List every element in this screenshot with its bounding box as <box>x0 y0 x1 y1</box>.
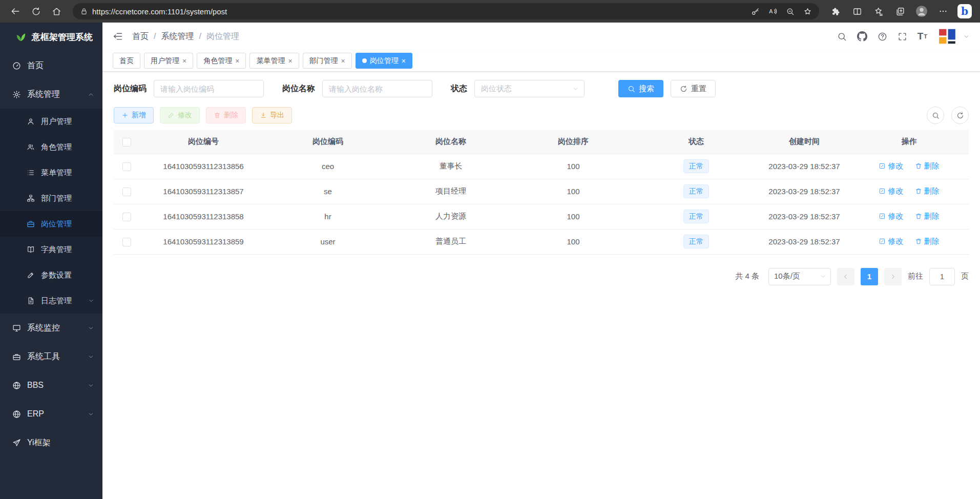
reset-button[interactable]: 重置 <box>671 80 716 97</box>
search-button[interactable]: 搜索 <box>618 80 663 97</box>
sidebar-item-label: 菜单管理 <box>41 168 72 178</box>
pagination: 共 4 条 10条/页 1 前往 页 <box>114 268 969 285</box>
chevron-down-icon <box>88 325 94 331</box>
tab-close-icon[interactable]: × <box>182 57 186 65</box>
select-all-checkbox[interactable] <box>122 138 131 147</box>
sidebar-item-bbs[interactable]: BBS <box>0 371 102 400</box>
row-delete-link[interactable]: 删除 <box>915 237 940 246</box>
browser-refresh-button[interactable] <box>27 2 45 20</box>
bing-copilot-icon[interactable]: b <box>955 2 974 20</box>
post-code-input[interactable] <box>154 80 264 97</box>
browser-home-button[interactable] <box>47 2 66 20</box>
row-delete-link[interactable]: 删除 <box>915 212 940 221</box>
password-key-icon[interactable] <box>747 4 763 19</box>
sidebar-item-post-mgmt[interactable]: 岗位管理 <box>0 211 102 237</box>
row-checkbox[interactable] <box>122 162 131 171</box>
split-screen-icon[interactable] <box>848 2 866 20</box>
breadcrumb-current: 岗位管理 <box>206 31 239 42</box>
sidebar-item-dept-mgmt[interactable]: 部门管理 <box>0 185 102 211</box>
cell-post-code: hr <box>267 204 388 229</box>
row-edit-link[interactable]: 修改 <box>879 186 903 196</box>
page-unit-label: 页 <box>961 272 969 281</box>
browser-address-bar[interactable]: https://ccnetcore.com:1101/system/post A <box>73 3 819 19</box>
search-form: 岗位编码 岗位名称 状态 岗位状态 搜索 <box>114 80 969 97</box>
help-question-icon[interactable] <box>878 32 887 41</box>
zoom-icon[interactable] <box>782 4 798 19</box>
post-name-input[interactable] <box>322 80 432 97</box>
goto-page-input[interactable] <box>929 268 955 285</box>
avatar-dropdown-caret-icon[interactable] <box>963 33 970 40</box>
tab-home[interactable]: 首页 <box>113 53 140 69</box>
sidebar-item-system-tools[interactable]: 系统工具 <box>0 342 102 371</box>
row-edit-link[interactable]: 修改 <box>879 212 903 221</box>
font-size-icon[interactable]: TT <box>918 31 927 42</box>
row-delete-link[interactable]: 删除 <box>915 186 940 196</box>
row-delete-link[interactable]: 删除 <box>915 161 940 171</box>
tab-label: 首页 <box>119 56 134 66</box>
tab-label: 用户管理 <box>151 56 179 66</box>
row-checkbox[interactable] <box>122 238 131 246</box>
row-edit-link[interactable]: 修改 <box>879 237 903 246</box>
browser-back-button[interactable] <box>6 2 25 20</box>
collections-icon[interactable] <box>891 2 909 20</box>
tab-close-icon[interactable]: × <box>341 57 345 65</box>
sidebar-item-label: 部门管理 <box>41 194 72 203</box>
prev-page-button[interactable] <box>837 268 854 285</box>
edit-button-disabled[interactable]: 修改 <box>160 107 200 123</box>
breadcrumb-home[interactable]: 首页 <box>132 31 149 42</box>
profile-avatar-icon[interactable] <box>912 2 931 20</box>
tab-post-mgmt-active[interactable]: 岗位管理 × <box>356 53 412 69</box>
header-search-icon[interactable] <box>837 32 847 41</box>
breadcrumb-system-mgmt[interactable]: 系统管理 <box>161 31 194 42</box>
sidebar-item-home[interactable]: 首页 <box>0 51 102 80</box>
toggle-search-button[interactable] <box>927 107 944 124</box>
add-favorite-star-icon[interactable] <box>800 4 815 19</box>
sidebar-item-label: 字典管理 <box>41 245 72 255</box>
export-button[interactable]: 导出 <box>252 107 292 123</box>
user-avatar[interactable] <box>937 27 957 46</box>
tab-dept-mgmt[interactable]: 部门管理 × <box>303 53 352 69</box>
sidebar-item-yi-framework[interactable]: Yi框架 <box>0 428 102 457</box>
tab-user-mgmt[interactable]: 用户管理 × <box>144 53 193 69</box>
read-aloud-icon[interactable]: A <box>765 4 780 19</box>
tab-close-icon[interactable]: × <box>402 57 406 65</box>
browser-more-menu-icon[interactable] <box>934 2 952 20</box>
site-info-lock-icon[interactable] <box>80 7 88 15</box>
sidebar-item-system-mgmt[interactable]: 系统管理 <box>0 80 102 109</box>
tab-menu-mgmt[interactable]: 菜单管理 × <box>249 53 299 69</box>
sidebar-item-log-mgmt[interactable]: 日志管理 <box>0 288 102 314</box>
github-icon[interactable] <box>857 31 867 41</box>
sidebar-item-dict-mgmt[interactable]: 字典管理 <box>0 237 102 262</box>
extensions-icon[interactable] <box>826 2 845 20</box>
tab-label: 菜单管理 <box>256 56 285 66</box>
post-name-label: 岗位名称 <box>282 84 315 94</box>
sidebar-toggle-icon[interactable] <box>113 31 123 41</box>
sidebar-item-system-monitor[interactable]: 系统监控 <box>0 314 102 342</box>
page-size-select[interactable]: 10条/页 <box>768 268 831 285</box>
tab-role-mgmt[interactable]: 角色管理 × <box>197 53 246 69</box>
home-icon <box>52 7 61 16</box>
sidebar-item-erp[interactable]: ERP <box>0 400 102 428</box>
add-button[interactable]: 新增 <box>114 107 154 123</box>
delete-button-disabled[interactable]: 删除 <box>206 107 246 123</box>
search-button-label: 搜索 <box>639 84 654 94</box>
fullscreen-icon[interactable] <box>898 32 907 41</box>
row-edit-link[interactable]: 修改 <box>879 161 903 171</box>
page-number-1[interactable]: 1 <box>861 268 878 285</box>
sidebar-item-label: BBS <box>27 381 44 390</box>
tab-close-icon[interactable]: × <box>235 57 239 65</box>
row-checkbox[interactable] <box>122 213 131 221</box>
favorites-icon[interactable] <box>869 2 888 20</box>
breadcrumb-separator: / <box>154 32 156 41</box>
refresh-table-button[interactable] <box>951 107 969 124</box>
sidebar-item-role-mgmt[interactable]: 角色管理 <box>0 134 102 160</box>
page-size-value: 10条/页 <box>774 272 800 281</box>
cell-post-id: 1641030593112313856 <box>139 154 267 179</box>
sidebar-item-user-mgmt[interactable]: 用户管理 <box>0 109 102 134</box>
sidebar-item-param-settings[interactable]: 参数设置 <box>0 262 102 288</box>
next-page-button[interactable] <box>884 268 902 285</box>
status-select[interactable]: 岗位状态 <box>474 80 585 97</box>
row-checkbox[interactable] <box>122 188 131 196</box>
sidebar-item-menu-mgmt[interactable]: 菜单管理 <box>0 160 102 185</box>
tab-close-icon[interactable]: × <box>288 57 292 65</box>
